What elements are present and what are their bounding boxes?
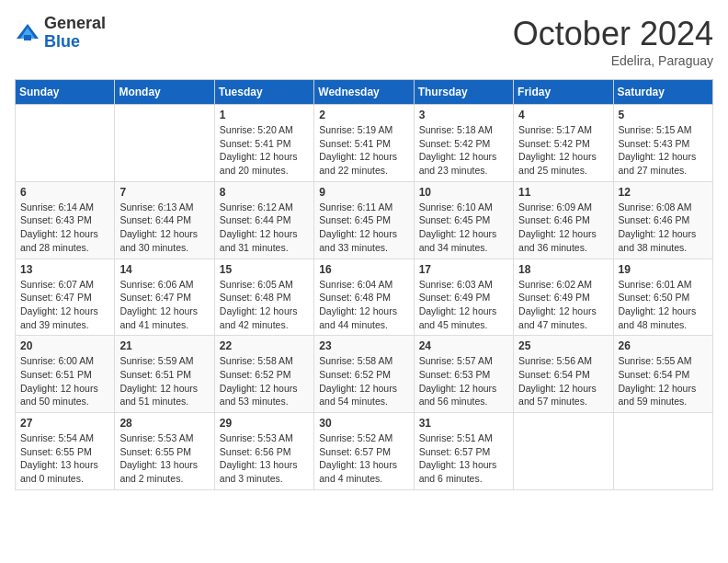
weekday-header-wednesday: Wednesday	[314, 80, 414, 105]
day-info: Sunrise: 5:53 AMSunset: 6:55 PMDaylight:…	[119, 431, 209, 486]
calendar-cell: 15Sunrise: 6:05 AMSunset: 6:48 PMDayligh…	[214, 259, 313, 336]
day-info: Sunrise: 5:20 AMSunset: 5:41 PMDaylight:…	[220, 123, 309, 178]
calendar-cell: 24Sunrise: 5:57 AMSunset: 6:53 PMDayligh…	[414, 336, 513, 413]
day-number: 24	[419, 339, 508, 352]
calendar-cell: 12Sunrise: 6:08 AMSunset: 6:46 PMDayligh…	[613, 181, 712, 259]
day-info: Sunrise: 5:17 AMSunset: 5:42 PMDaylight:…	[518, 123, 608, 178]
day-number: 1	[220, 109, 309, 121]
day-number: 21	[119, 339, 209, 352]
day-number: 22	[220, 339, 309, 352]
day-info: Sunrise: 6:02 AMSunset: 6:49 PMDaylight:…	[518, 278, 608, 332]
day-info: Sunrise: 5:53 AMSunset: 6:56 PMDaylight:…	[220, 431, 309, 486]
calendar-cell: 26Sunrise: 5:55 AMSunset: 6:54 PMDayligh…	[613, 336, 712, 413]
calendar-cell: 11Sunrise: 6:09 AMSunset: 6:46 PMDayligh…	[514, 181, 613, 259]
day-info: Sunrise: 6:11 AMSunset: 6:45 PMDaylight:…	[319, 201, 408, 255]
day-info: Sunrise: 6:04 AMSunset: 6:48 PMDaylight:…	[319, 278, 408, 332]
day-number: 13	[20, 263, 109, 276]
day-info: Sunrise: 6:01 AMSunset: 6:50 PMDaylight:…	[619, 278, 708, 332]
calendar-cell: 6Sunrise: 6:14 AMSunset: 6:43 PMDaylight…	[16, 181, 115, 259]
day-info: Sunrise: 6:03 AMSunset: 6:49 PMDaylight:…	[419, 278, 508, 332]
calendar-cell: 2Sunrise: 5:19 AMSunset: 5:41 PMDaylight…	[314, 105, 414, 182]
calendar-cell: 31Sunrise: 5:51 AMSunset: 6:57 PMDayligh…	[414, 413, 513, 490]
day-info: Sunrise: 5:15 AMSunset: 5:43 PMDaylight:…	[619, 123, 708, 178]
calendar-week-3: 13Sunrise: 6:07 AMSunset: 6:47 PMDayligh…	[16, 259, 713, 336]
calendar-cell: 9Sunrise: 6:11 AMSunset: 6:45 PMDaylight…	[314, 181, 414, 259]
day-number: 16	[319, 263, 408, 276]
calendar-cell	[16, 105, 115, 182]
calendar-cell: 1Sunrise: 5:20 AMSunset: 5:41 PMDaylight…	[214, 105, 313, 182]
day-number: 6	[20, 186, 109, 199]
day-number: 11	[518, 186, 608, 199]
calendar-cell: 20Sunrise: 6:00 AMSunset: 6:51 PMDayligh…	[16, 336, 115, 413]
day-info: Sunrise: 6:12 AMSunset: 6:44 PMDaylight:…	[220, 201, 309, 255]
weekday-header-tuesday: Tuesday	[214, 80, 313, 105]
day-number: 17	[419, 263, 508, 276]
svg-rect-2	[24, 35, 31, 40]
weekday-header-monday: Monday	[115, 80, 214, 105]
calendar-cell: 27Sunrise: 5:54 AMSunset: 6:55 PMDayligh…	[16, 413, 115, 490]
day-number: 14	[119, 263, 209, 276]
logo-blue-text: Blue	[44, 33, 106, 52]
day-info: Sunrise: 5:52 AMSunset: 6:57 PMDaylight:…	[319, 431, 408, 486]
calendar-cell: 21Sunrise: 5:59 AMSunset: 6:51 PMDayligh…	[115, 336, 214, 413]
calendar-cell: 4Sunrise: 5:17 AMSunset: 5:42 PMDaylight…	[514, 105, 613, 182]
day-number: 23	[319, 339, 408, 352]
calendar-table: SundayMondayTuesdayWednesdayThursdayFrid…	[15, 79, 713, 490]
day-number: 18	[518, 263, 608, 276]
day-info: Sunrise: 5:57 AMSunset: 6:53 PMDaylight:…	[419, 354, 508, 408]
calendar-cell: 13Sunrise: 6:07 AMSunset: 6:47 PMDayligh…	[16, 259, 115, 336]
day-info: Sunrise: 5:55 AMSunset: 6:54 PMDaylight:…	[619, 354, 708, 408]
weekday-header-sunday: Sunday	[16, 80, 115, 105]
weekday-header-friday: Friday	[514, 80, 613, 105]
calendar-cell: 16Sunrise: 6:04 AMSunset: 6:48 PMDayligh…	[314, 259, 414, 336]
day-number: 7	[119, 186, 209, 199]
calendar-cell: 19Sunrise: 6:01 AMSunset: 6:50 PMDayligh…	[613, 259, 712, 336]
title-block: October 2024 Edelira, Paraguay	[513, 15, 713, 68]
calendar-cell: 10Sunrise: 6:10 AMSunset: 6:45 PMDayligh…	[414, 181, 513, 259]
day-info: Sunrise: 6:10 AMSunset: 6:45 PMDaylight:…	[419, 201, 508, 255]
day-info: Sunrise: 6:05 AMSunset: 6:48 PMDaylight:…	[220, 278, 309, 332]
day-number: 4	[518, 109, 608, 121]
page-header: General Blue October 2024 Edelira, Parag…	[15, 15, 713, 68]
day-info: Sunrise: 5:51 AMSunset: 6:57 PMDaylight:…	[419, 431, 508, 486]
day-info: Sunrise: 6:08 AMSunset: 6:46 PMDaylight:…	[619, 201, 708, 255]
day-number: 19	[619, 263, 708, 276]
day-number: 29	[220, 417, 309, 430]
calendar-cell: 8Sunrise: 6:12 AMSunset: 6:44 PMDaylight…	[214, 181, 313, 259]
calendar-week-5: 27Sunrise: 5:54 AMSunset: 6:55 PMDayligh…	[16, 413, 713, 490]
day-number: 30	[319, 417, 408, 430]
calendar-cell: 29Sunrise: 5:53 AMSunset: 6:56 PMDayligh…	[214, 413, 313, 490]
day-info: Sunrise: 5:58 AMSunset: 6:52 PMDaylight:…	[220, 354, 309, 408]
day-info: Sunrise: 5:56 AMSunset: 6:54 PMDaylight:…	[518, 354, 608, 408]
day-number: 25	[518, 339, 608, 352]
day-number: 10	[419, 186, 508, 199]
day-info: Sunrise: 6:13 AMSunset: 6:44 PMDaylight:…	[119, 201, 209, 255]
month-title: October 2024	[513, 15, 713, 53]
calendar-cell: 7Sunrise: 6:13 AMSunset: 6:44 PMDaylight…	[115, 181, 214, 259]
day-number: 3	[419, 109, 508, 121]
location-subtitle: Edelira, Paraguay	[513, 53, 713, 68]
calendar-cell: 17Sunrise: 6:03 AMSunset: 6:49 PMDayligh…	[414, 259, 513, 336]
calendar-cell: 5Sunrise: 5:15 AMSunset: 5:43 PMDaylight…	[613, 105, 712, 182]
day-number: 27	[20, 417, 109, 430]
day-number: 8	[220, 186, 309, 199]
day-info: Sunrise: 6:06 AMSunset: 6:47 PMDaylight:…	[119, 278, 209, 332]
calendar-week-1: 1Sunrise: 5:20 AMSunset: 5:41 PMDaylight…	[16, 105, 713, 182]
day-info: Sunrise: 6:09 AMSunset: 6:46 PMDaylight:…	[518, 201, 608, 255]
day-info: Sunrise: 5:19 AMSunset: 5:41 PMDaylight:…	[319, 123, 408, 178]
day-number: 2	[319, 109, 408, 121]
calendar-cell: 28Sunrise: 5:53 AMSunset: 6:55 PMDayligh…	[115, 413, 214, 490]
calendar-cell: 18Sunrise: 6:02 AMSunset: 6:49 PMDayligh…	[514, 259, 613, 336]
calendar-cell	[514, 413, 613, 490]
calendar-week-2: 6Sunrise: 6:14 AMSunset: 6:43 PMDaylight…	[16, 181, 713, 259]
calendar-cell: 30Sunrise: 5:52 AMSunset: 6:57 PMDayligh…	[314, 413, 414, 490]
day-number: 12	[619, 186, 708, 199]
logo-icon	[15, 20, 40, 46]
logo: General Blue	[15, 15, 106, 52]
day-info: Sunrise: 6:07 AMSunset: 6:47 PMDaylight:…	[20, 278, 109, 332]
logo-general-text: General	[44, 15, 106, 33]
day-info: Sunrise: 5:58 AMSunset: 6:52 PMDaylight:…	[319, 354, 408, 408]
calendar-cell: 3Sunrise: 5:18 AMSunset: 5:42 PMDaylight…	[414, 105, 513, 182]
day-number: 26	[619, 339, 708, 352]
day-info: Sunrise: 5:18 AMSunset: 5:42 PMDaylight:…	[419, 123, 508, 178]
